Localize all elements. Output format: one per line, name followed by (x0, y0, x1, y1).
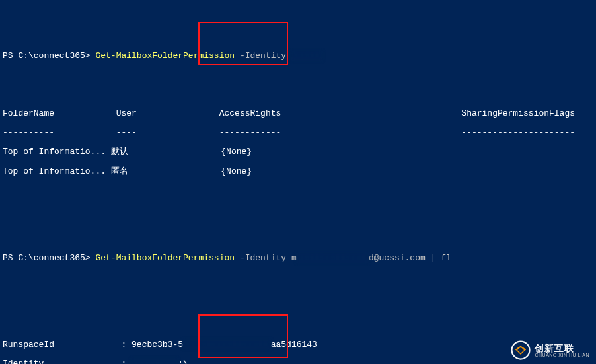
fl1-identity: Identity : xxxxxxxxx:\ (3, 359, 596, 364)
highlight-box-2 (198, 314, 288, 358)
redacted-2: xxxxxxxxxxxxxx (297, 253, 369, 262)
param-flag-2: -Identity (235, 253, 291, 263)
prompt-2: PS C:\connect365> (3, 253, 95, 263)
prompt-line-1[interactable]: PS C:\connect365> Get-MailboxFolderPermi… (3, 51, 596, 61)
blank (3, 71, 596, 81)
cmd-2: Get-MailboxFolderPermission (95, 253, 235, 263)
redacted-1: xxxxxx (291, 51, 322, 60)
blank (3, 215, 596, 225)
cmd-1: Get-MailboxFolderPermission (95, 51, 235, 61)
prompt-1: PS C:\connect365> (3, 51, 95, 61)
blank (3, 301, 596, 311)
table1-header: FolderName User AccessRights SharingPerm… (3, 109, 596, 119)
watermark: 创新互联 CHUANG XIN HU LIAN (511, 340, 589, 360)
table1-row-0: Top of Informatio... 默认 {None} (3, 147, 596, 157)
table1-row-1: Top of Informatio... 匿名 {None} (3, 167, 596, 177)
svg-point-0 (512, 342, 530, 359)
prompt-line-2[interactable]: PS C:\connect365> Get-MailboxFolderPermi… (3, 253, 596, 263)
fl1-runspace: RunspaceId : 9ecbc3b3-5xxxxxxxxxxxxxxxxx… (3, 340, 596, 349)
watermark-logo-icon (511, 340, 531, 360)
param-flag-1: -Identity (235, 51, 291, 61)
blank (3, 196, 596, 205)
watermark-cn: 创新互联 (535, 344, 589, 353)
table1-dashes: ---------- ---- ------------ -----------… (3, 128, 596, 138)
watermark-en: CHUANG XIN HU LIAN (535, 353, 589, 357)
blank (3, 282, 596, 292)
